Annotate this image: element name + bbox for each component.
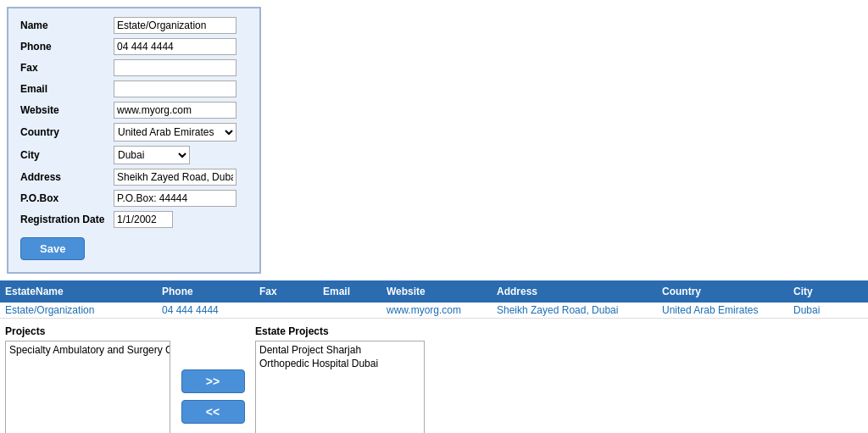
name-input[interactable] bbox=[114, 17, 236, 34]
cell-city: Dubai bbox=[788, 303, 856, 318]
table-row: Estate/Organization 04 444 4444 www.myor… bbox=[0, 303, 868, 319]
regdate-input[interactable] bbox=[114, 211, 173, 228]
cell-email bbox=[318, 308, 381, 312]
bottom-section: Projects Specialty Ambulatory and Surger… bbox=[0, 325, 868, 433]
list-item[interactable]: Orthopedic Hospital Dubai bbox=[258, 357, 422, 370]
header-phone: Phone bbox=[157, 284, 254, 299]
pobox-row: P.O.Box bbox=[20, 190, 248, 207]
cell-phone: 04 444 4444 bbox=[157, 303, 254, 318]
organization-form: Name Phone Fax Email Website Country Uni… bbox=[7, 7, 261, 274]
header-website: Website bbox=[381, 284, 492, 299]
country-label: Country bbox=[20, 126, 114, 138]
header-estate-name: EstateName bbox=[0, 284, 157, 299]
city-select[interactable]: Dubai Abu Dhabi Sharjah bbox=[114, 146, 190, 164]
pobox-input[interactable] bbox=[114, 190, 236, 207]
table-header: EstateName Phone Fax Email Website Addre… bbox=[0, 280, 868, 303]
website-label: Website bbox=[20, 104, 114, 116]
list-item[interactable]: Specialty Ambulatory and Surgery Cente bbox=[8, 343, 168, 357]
website-link[interactable]: www.myorg.com bbox=[387, 304, 461, 316]
country-link[interactable]: United Arab Emirates bbox=[662, 304, 758, 316]
estate-projects-title: Estate Projects bbox=[255, 325, 425, 337]
phone-row: Phone bbox=[20, 38, 248, 55]
phone-link[interactable]: 04 444 4444 bbox=[162, 304, 219, 316]
estate-projects-panel: Estate Projects Dental Project Sharjah O… bbox=[255, 325, 425, 433]
estate-projects-list: Dental Project Sharjah Orthopedic Hospit… bbox=[255, 341, 425, 433]
city-label: City bbox=[20, 149, 114, 161]
email-row: Email bbox=[20, 80, 248, 97]
country-select[interactable]: United Arab Emirates Other bbox=[114, 123, 236, 142]
address-input[interactable] bbox=[114, 169, 236, 186]
projects-title: Projects bbox=[5, 325, 170, 337]
cell-estate-name: Estate/Organization bbox=[0, 303, 157, 318]
list-item[interactable]: Dental Project Sharjah bbox=[258, 343, 422, 357]
name-label: Name bbox=[20, 19, 114, 31]
cell-fax bbox=[254, 308, 318, 312]
regdate-row: Registration Date bbox=[20, 211, 248, 228]
website-input[interactable] bbox=[114, 102, 236, 119]
cell-website: www.myorg.com bbox=[381, 303, 492, 318]
forward-button[interactable]: >> bbox=[181, 369, 245, 393]
email-input[interactable] bbox=[114, 80, 236, 97]
header-country: Country bbox=[657, 284, 788, 299]
country-row: Country United Arab Emirates Other bbox=[20, 123, 248, 142]
city-link[interactable]: Dubai bbox=[793, 304, 820, 316]
cell-address: Sheikh Zayed Road, Dubai bbox=[492, 303, 657, 318]
phone-label: Phone bbox=[20, 41, 114, 53]
address-link[interactable]: Sheikh Zayed Road, Dubai bbox=[497, 304, 618, 316]
projects-list: Specialty Ambulatory and Surgery Cente bbox=[5, 341, 170, 433]
save-button[interactable]: Save bbox=[20, 237, 85, 260]
city-row: City Dubai Abu Dhabi Sharjah bbox=[20, 146, 248, 164]
estate-name-link[interactable]: Estate/Organization bbox=[5, 304, 94, 316]
pobox-label: P.O.Box bbox=[20, 192, 114, 204]
website-row: Website bbox=[20, 102, 248, 119]
back-button[interactable]: << bbox=[181, 400, 245, 424]
name-row: Name bbox=[20, 17, 248, 34]
header-email: Email bbox=[318, 284, 381, 299]
header-address: Address bbox=[492, 284, 657, 299]
estate-table: EstateName Phone Fax Email Website Addre… bbox=[0, 280, 868, 319]
fax-label: Fax bbox=[20, 62, 114, 74]
header-fax: Fax bbox=[254, 284, 318, 299]
phone-input[interactable] bbox=[114, 38, 236, 55]
address-row: Address bbox=[20, 169, 248, 186]
fax-input[interactable] bbox=[114, 59, 236, 76]
arrow-panel: >> << bbox=[170, 342, 255, 433]
header-city: City bbox=[788, 284, 856, 299]
regdate-label: Registration Date bbox=[20, 214, 114, 225]
fax-row: Fax bbox=[20, 59, 248, 76]
address-label: Address bbox=[20, 171, 114, 183]
email-label: Email bbox=[20, 83, 114, 95]
projects-panel: Projects Specialty Ambulatory and Surger… bbox=[5, 325, 170, 433]
cell-country: United Arab Emirates bbox=[657, 303, 788, 318]
